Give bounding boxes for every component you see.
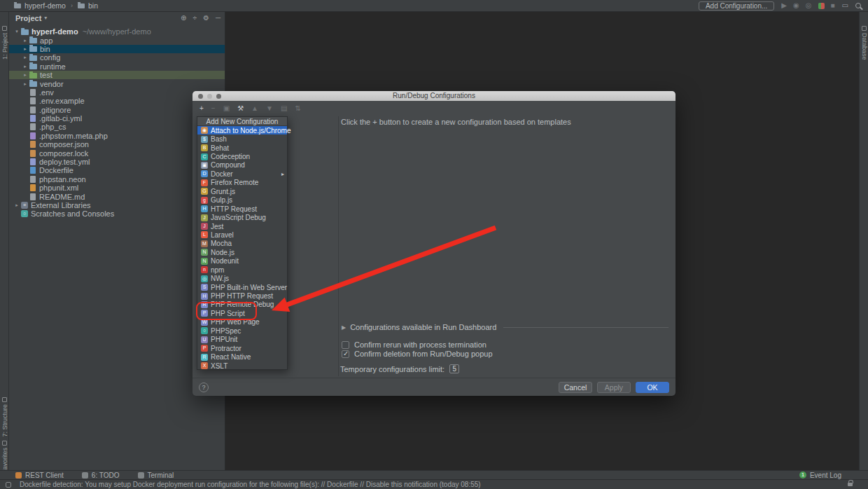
- config-type-nw-js[interactable]: ◎NW.js: [197, 274, 287, 282]
- config-type-npm[interactable]: nnpm: [197, 266, 287, 274]
- tree-item-bin[interactable]: ▸bin: [9, 45, 225, 53]
- config-type-compound[interactable]: ▣Compound: [197, 161, 287, 170]
- hide-icon[interactable]: ─: [216, 14, 220, 22]
- config-type-http-request[interactable]: HHTTP Request: [197, 205, 287, 213]
- phpunit-icon: U: [201, 336, 208, 343]
- status-message[interactable]: Dockerfile detection: You may setup Dock…: [20, 481, 481, 488]
- empty-state-text: Click the + button to create a new confi…: [341, 118, 571, 126]
- config-type-codeception[interactable]: CCodeception: [197, 152, 287, 160]
- tree-item-label: runtime: [40, 62, 66, 71]
- config-type-firefox-remote[interactable]: FFirefox Remote: [197, 179, 287, 187]
- sidebar-tab-database[interactable]: Database: [860, 26, 868, 60]
- firefox-remote-icon: F: [201, 179, 208, 186]
- config-type-gulp-js[interactable]: gGulp.js: [197, 196, 287, 205]
- config-type-bash[interactable]: $Bash: [197, 135, 287, 143]
- locate-icon[interactable]: ⊕: [181, 14, 186, 22]
- tree-item-hyperf-demo[interactable]: ▾hyperf-demo~/www/hyperf-demo: [9, 27, 225, 36]
- tree-item-runtime[interactable]: ▸runtime: [9, 62, 225, 71]
- run-dashboard-section[interactable]: ▶ Configurations available in Run Dashbo…: [342, 323, 668, 331]
- config-type-xslt[interactable]: XXSLT: [197, 361, 287, 370]
- temporary-limit-input[interactable]: 5: [449, 364, 459, 373]
- tool-window-button-6-todo[interactable]: 6: TODO: [82, 471, 120, 479]
- config-type-phpspec[interactable]: ○PHPSpec: [197, 326, 287, 335]
- search-icon[interactable]: [855, 3, 861, 8]
- coverage-icon[interactable]: ◎: [806, 1, 812, 10]
- config-type-jest[interactable]: JJest: [197, 222, 287, 230]
- tree-item-label: .php_cs: [39, 123, 66, 131]
- add-icon[interactable]: +: [200, 104, 204, 112]
- folder-icon[interactable]: ▤: [281, 104, 287, 112]
- config-type-php-script[interactable]: PPHP Script: [197, 309, 287, 317]
- tool-window-button-terminal[interactable]: Terminal: [138, 471, 174, 479]
- config-type-docker[interactable]: DDocker▸: [197, 170, 287, 178]
- help-button[interactable]: ?: [199, 383, 209, 392]
- move-up-icon[interactable]: ▲: [251, 104, 258, 112]
- stop-icon[interactable]: ■: [831, 1, 835, 10]
- tool-window-button-rest-client[interactable]: REST Client: [15, 471, 64, 479]
- config-type-php-http-request[interactable]: HPHP HTTP Request: [197, 291, 287, 300]
- tree-item-vendor[interactable]: ▸vendor: [9, 79, 225, 88]
- config-type-attach-to-node-js-chrome[interactable]: ◉Attach to Node.js/Chrome: [197, 126, 287, 135]
- breadcrumb-project[interactable]: hyperf-demo: [24, 1, 66, 10]
- chevron-icon[interactable]: ▸: [21, 55, 29, 60]
- lock-icon[interactable]: [848, 483, 853, 486]
- chevron-icon[interactable]: ▸: [21, 38, 29, 43]
- edit-templates-icon[interactable]: ⚒: [237, 104, 244, 112]
- bash-icon: $: [201, 136, 208, 143]
- tree-item-test[interactable]: ▸test: [9, 71, 225, 79]
- config-type-javascript-debug[interactable]: JJavaScript Debug: [197, 213, 287, 221]
- chevron-icon[interactable]: ▾: [13, 29, 21, 34]
- config-type-php-built-in-web-server[interactable]: SPHP Built-in Web Server: [197, 283, 287, 291]
- chevron-icon[interactable]: ▸: [21, 72, 29, 78]
- config-type-laravel[interactable]: LLaravel: [197, 230, 287, 239]
- cancel-button[interactable]: Cancel: [559, 382, 592, 393]
- apply-button[interactable]: Apply: [597, 382, 631, 393]
- config-type-react-native[interactable]: RReact Native: [197, 352, 287, 361]
- database-tab-icon: [862, 26, 867, 31]
- checkbox-row: Confirm deletion from Run/Debug popup: [342, 350, 493, 358]
- tree-item-app[interactable]: ▸app: [9, 36, 225, 44]
- collapse-all-icon[interactable]: ÷: [192, 14, 197, 22]
- chevron-icon[interactable]: ▸: [21, 46, 29, 52]
- sidebar-tab-project[interactable]: 1: Project: [0, 26, 9, 60]
- copy-icon[interactable]: ▣: [223, 104, 230, 112]
- add-configuration-button[interactable]: Add Configuration...: [699, 1, 774, 11]
- database-tab-label: Database: [861, 33, 868, 60]
- confirm-rerun-checkbox[interactable]: [342, 341, 349, 349]
- confirm-deletion-checkbox[interactable]: [342, 350, 349, 358]
- config-type-phpunit[interactable]: UPHPUnit: [197, 336, 287, 344]
- config-type-php-web-page[interactable]: WPHP Web Page: [197, 318, 287, 326]
- config-type-protractor[interactable]: PProtractor: [197, 344, 287, 352]
- chevron-icon[interactable]: ▸: [13, 202, 21, 208]
- run-icon[interactable]: ▶: [781, 1, 787, 10]
- debug-icon[interactable]: ◉: [793, 1, 799, 10]
- config-type-mocha[interactable]: MMocha: [197, 240, 287, 248]
- rest-client-icon: [15, 472, 22, 478]
- file-icon: [30, 115, 36, 122]
- chevron-icon[interactable]: ▸: [21, 81, 29, 87]
- config-type-behat[interactable]: BBehat: [197, 144, 287, 152]
- move-down-icon[interactable]: ▼: [266, 104, 273, 112]
- tree-item-config[interactable]: ▸config: [9, 53, 225, 62]
- confirm-rerun-label: Confirm rerun with process termination: [354, 340, 486, 349]
- event-log-button[interactable]: 1 Event Log: [799, 471, 841, 479]
- ok-button[interactable]: OK: [636, 382, 669, 393]
- php-http-request-icon: H: [201, 293, 208, 300]
- config-type-label: Grunt.js: [211, 188, 235, 195]
- config-type-node-js[interactable]: NNode.js: [197, 248, 287, 256]
- tool-window-icon[interactable]: ▭: [842, 1, 848, 10]
- tree-item-label: composer.lock: [39, 149, 88, 158]
- config-type-nodeunit[interactable]: NNodeunit: [197, 257, 287, 266]
- settings-icon[interactable]: ⚙: [203, 14, 209, 22]
- config-type-php-remote-debug[interactable]: RPHP Remote Debug: [197, 301, 287, 309]
- project-panel-title[interactable]: Project: [15, 14, 41, 22]
- profiler-icon[interactable]: [818, 3, 825, 9]
- sidebar-tab-structure[interactable]: 7: Structure: [0, 397, 9, 437]
- config-type-grunt-js[interactable]: GGrunt.js: [197, 187, 287, 195]
- sort-icon[interactable]: ⇅: [295, 104, 300, 112]
- file-icon: [30, 106, 36, 113]
- remove-icon[interactable]: −: [211, 104, 216, 112]
- folder-icon: [29, 81, 37, 87]
- breadcrumb-bin[interactable]: bin: [88, 1, 98, 10]
- chevron-icon[interactable]: ▸: [21, 64, 29, 69]
